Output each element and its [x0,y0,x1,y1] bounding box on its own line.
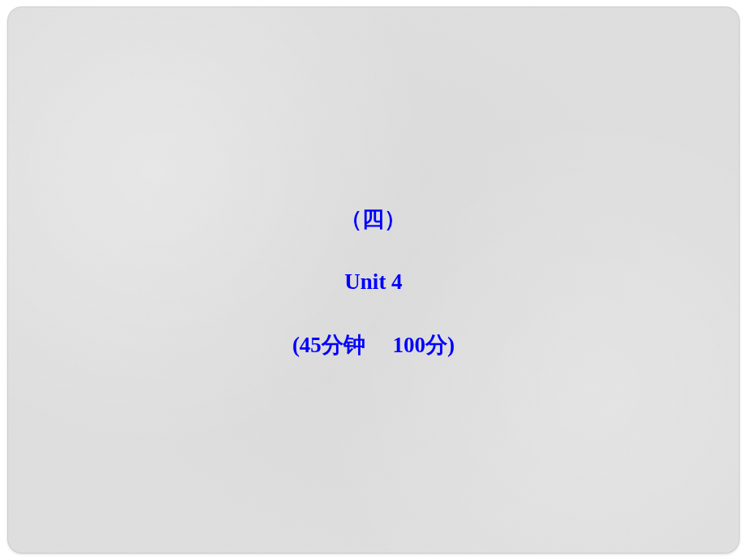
time-score-info: (45分钟 100分) [292,330,455,360]
slide-content: （四） Unit 4 (45分钟 100分) [292,205,455,360]
slide-container: （四） Unit 4 (45分钟 100分) [7,6,740,554]
title-number: （四） [340,205,406,234]
unit-title: Unit 4 [344,269,402,295]
